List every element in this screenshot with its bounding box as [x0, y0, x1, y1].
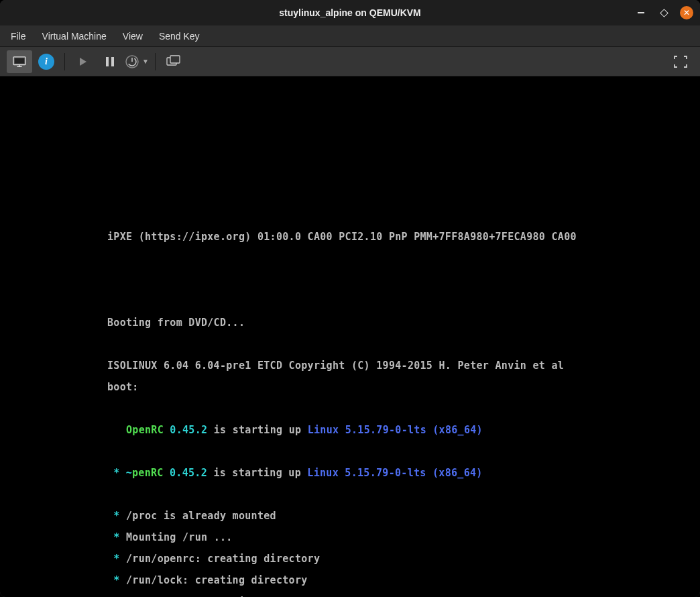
console-output: iPXE (https://ipxe.org) 01:00.0 CA00 PCI…: [107, 221, 577, 597]
snapshots-button[interactable]: [161, 50, 186, 73]
console-line: * Mounting /run ...: [107, 532, 577, 543]
svg-rect-5: [106, 57, 109, 66]
vm-console[interactable]: iPXE (https://ipxe.org) 01:00.0 CA00 PCI…: [0, 76, 700, 597]
maximize-button[interactable]: [657, 6, 670, 19]
console-line: * /proc is already mounted: [107, 510, 577, 521]
separator: [64, 53, 65, 70]
menu-file[interactable]: File: [11, 31, 26, 42]
info-icon: i: [38, 54, 54, 70]
maximize-icon: [660, 9, 668, 17]
svg-marker-4: [80, 58, 86, 66]
close-icon: ✕: [680, 6, 693, 19]
monitor-icon: [12, 56, 27, 68]
separator: [155, 53, 156, 70]
fullscreen-icon: [674, 56, 687, 68]
toolbar: i ▼: [0, 47, 700, 76]
svg-rect-11: [170, 56, 180, 63]
fullscreen-button[interactable]: [668, 50, 693, 73]
minimize-icon: [638, 12, 644, 13]
window-controls: ✕: [634, 6, 693, 19]
vm-window: stuylinux_alpine on QEMU/KVM ✕ File Virt…: [0, 0, 700, 597]
console-line: OpenRC 0.45.2 is starting up Linux 5.15.…: [107, 425, 577, 435]
close-button[interactable]: ✕: [680, 6, 693, 19]
shutdown-button[interactable]: ▼: [124, 50, 150, 73]
console-view-button[interactable]: [7, 50, 32, 73]
chevron-down-icon: ▼: [142, 58, 149, 65]
details-view-button[interactable]: i: [34, 50, 59, 73]
console-line: ISOLINUX 6.04 6.04-pre1 ETCD Copyright (…: [107, 360, 577, 371]
titlebar: stuylinux_alpine on QEMU/KVM ✕: [0, 0, 700, 25]
console-line: * /run/openrc: creating directory: [107, 553, 577, 564]
svg-rect-6: [111, 57, 114, 66]
console-line: iPXE (https://ipxe.org) 01:00.0 CA00 PCI…: [107, 231, 577, 242]
svg-rect-1: [15, 58, 24, 63]
console-line: boot:: [107, 382, 577, 392]
menu-view[interactable]: View: [123, 31, 143, 42]
console-line: * ̴penRC 0.45.2 is starting up Linux 5.1…: [107, 468, 577, 478]
window-title: stuylinux_alpine on QEMU/KVM: [279, 7, 421, 18]
run-button[interactable]: [70, 50, 96, 73]
snapshot-icon: [166, 55, 181, 68]
menu-send-key[interactable]: Send Key: [159, 31, 200, 42]
console-line: Booting from DVD/CD...: [107, 317, 577, 328]
pause-icon: [105, 56, 115, 67]
menu-virtual-machine[interactable]: Virtual Machine: [42, 31, 107, 42]
console-line: * /run/lock: creating directory: [107, 575, 577, 586]
pause-button[interactable]: [97, 50, 123, 73]
power-icon: [125, 54, 139, 69]
play-icon: [78, 56, 89, 67]
minimize-button[interactable]: [634, 6, 648, 19]
menubar: File Virtual Machine View Send Key: [0, 25, 700, 47]
